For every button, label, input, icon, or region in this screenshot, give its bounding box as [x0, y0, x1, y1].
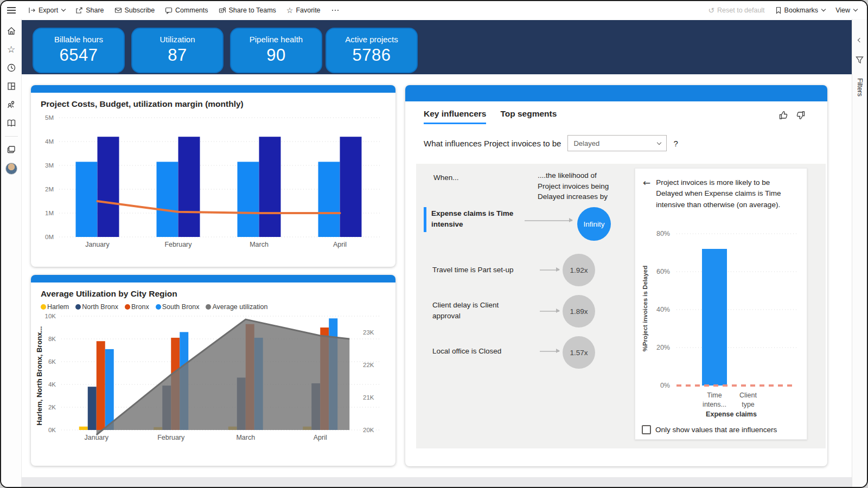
envelope-icon — [114, 7, 122, 14]
expand-filters-chevron-icon[interactable] — [857, 38, 861, 42]
export-icon — [28, 7, 36, 14]
bookmark-icon — [775, 7, 782, 14]
feedback-icons — [778, 110, 806, 120]
reset-to-default-button[interactable]: ↺ Reset to default — [708, 7, 764, 14]
legend-item[interactable]: Bronx — [125, 303, 149, 311]
favorites-star-icon[interactable]: ☆ — [6, 44, 17, 55]
learn-book-icon[interactable] — [6, 118, 17, 129]
influencer-row-travel-time[interactable]: Travel time is Part set-up — [432, 265, 522, 275]
kpi-value: 6547 — [34, 46, 124, 65]
filters-pane-label[interactable]: Filters — [856, 78, 864, 97]
sidebar-divider — [5, 136, 18, 137]
goals-people-icon[interactable] — [6, 99, 17, 110]
svg-text:8K: 8K — [48, 336, 56, 342]
workspaces-icon[interactable] — [6, 144, 17, 155]
kpi-value: 87 — [132, 46, 222, 65]
avg-utilization-chart-card[interactable]: Average Utilization by City Region Harle… — [31, 275, 395, 466]
card-accent-strip — [405, 85, 827, 101]
chart-title: Project Costs, Budget, utilization margi… — [41, 99, 395, 109]
influencer-row-expense-claims[interactable]: Expense claims is Time intensive — [431, 208, 521, 229]
svg-text:March: March — [236, 434, 255, 441]
share-button[interactable]: Share — [75, 7, 104, 14]
influencer-detail-card: ← Project invoices is more likely to be … — [635, 168, 807, 440]
svg-text:February: February — [164, 241, 192, 248]
svg-text:March: March — [250, 241, 269, 248]
project-costs-chart[interactable]: 0M1M2M3M4M5MJanuaryFebruaryMarchApril — [34, 111, 395, 253]
project-costs-chart-card[interactable]: Project Costs, Budget, utilization margi… — [31, 85, 395, 267]
svg-text:0K: 0K — [48, 427, 56, 433]
thumbs-down-icon[interactable] — [795, 110, 806, 120]
only-influencers-checkbox-row[interactable]: Only show values that are influencers — [642, 425, 777, 434]
export-button[interactable]: Export — [28, 7, 65, 14]
legend-item[interactable]: North Bronx — [75, 303, 118, 311]
kpi-active-projects[interactable]: Active projects 5786 — [326, 28, 418, 73]
svg-text:Timeintens...: Timeintens... — [703, 391, 726, 408]
influence-value-bubble[interactable]: 1.57x — [563, 336, 595, 369]
influencer-row-local-office[interactable]: Local office is Closed — [432, 346, 522, 357]
svg-text:20K: 20K — [363, 427, 374, 433]
share-to-teams-button[interactable]: Share to Teams — [219, 7, 276, 14]
view-button[interactable]: View — [835, 7, 857, 14]
tab-key-influencers[interactable]: Key influencers — [424, 109, 486, 124]
svg-text:1M: 1M — [45, 210, 54, 216]
more-options-button[interactable] — [331, 7, 340, 14]
svg-text:0%: 0% — [660, 382, 670, 389]
card-accent-strip — [31, 275, 395, 282]
recent-clock-icon[interactable] — [6, 62, 17, 73]
top-toolbar: Export Share Subscribe Comments Share to… — [1, 1, 867, 19]
legend-dot-icon — [125, 304, 130, 310]
kpi-label: Pipeline health — [231, 35, 321, 44]
influencer-detail-chart[interactable]: 0%20%40%60%80%%Project invoices is Delay… — [639, 216, 803, 420]
influencers-panel: When... ....the likelihood of Project in… — [416, 164, 826, 448]
thumbs-up-icon[interactable] — [778, 110, 789, 120]
svg-text:4K: 4K — [48, 381, 56, 388]
apps-icon[interactable] — [6, 81, 17, 92]
when-label: When... — [433, 174, 459, 182]
influence-value-bubble[interactable]: Infinity — [577, 207, 611, 241]
kpi-utilization[interactable]: Utilization 87 — [131, 28, 224, 73]
kpi-billable-hours[interactable]: Billable hours 6547 — [33, 28, 125, 73]
svg-text:40%: 40% — [656, 306, 670, 313]
chart-legend[interactable]: HarlemNorth BronxBronxSouth BronxAverage… — [41, 303, 395, 311]
svg-text:10K: 10K — [45, 313, 56, 319]
legend-item[interactable]: South Bronx — [156, 303, 200, 311]
selected-influencer-bar — [424, 207, 426, 232]
filter-funnel-icon[interactable] — [856, 56, 864, 64]
comment-icon — [165, 7, 173, 14]
key-influencers-card[interactable]: Key influencers Top segments What influe… — [405, 85, 827, 466]
svg-text:4M: 4M — [45, 138, 54, 145]
chevron-down-icon — [61, 7, 66, 11]
menu-hamburger-icon[interactable] — [7, 5, 16, 15]
question-prefix: What influences Project invoices to be — [424, 139, 561, 148]
comments-button[interactable]: Comments — [165, 7, 208, 14]
favorite-button[interactable]: ☆ Favorite — [286, 7, 321, 14]
metric-dropdown[interactable]: Delayed — [567, 135, 667, 151]
kpi-pipeline-health[interactable]: Pipeline health 90 — [230, 28, 322, 73]
svg-text:21K: 21K — [363, 394, 374, 401]
kpi-value: 90 — [231, 46, 321, 65]
legend-dot-icon — [206, 304, 211, 310]
kpi-label: Billable hours — [34, 35, 124, 44]
svg-text:20%: 20% — [656, 344, 670, 351]
avg-utilization-chart[interactable]: 0K2K4K6K8K10K20K21K22K23KHarlem, North B… — [34, 312, 395, 451]
influence-value-bubble[interactable]: 1.92x — [563, 254, 595, 286]
home-icon[interactable] — [6, 25, 17, 36]
checkbox-icon[interactable] — [642, 425, 651, 434]
toolbar-right-group: ↺ Reset to default Bookmarks View — [708, 7, 857, 14]
influence-value-bubble[interactable]: 1.89x — [563, 295, 595, 328]
influencer-row-client-delay[interactable]: Client delay is Client approval — [432, 300, 522, 321]
legend-dot-icon — [41, 304, 46, 310]
profile-avatar[interactable] — [5, 163, 17, 175]
checkbox-label: Only show values that are influencers — [655, 426, 777, 434]
chevron-down-icon — [821, 7, 826, 11]
legend-item[interactable]: Harlem — [41, 303, 69, 311]
subscribe-button[interactable]: Subscribe — [114, 7, 155, 14]
legend-item[interactable]: Average utilization — [206, 303, 267, 311]
tab-top-segments[interactable]: Top segments — [500, 109, 557, 124]
svg-text:Expense claims: Expense claims — [706, 410, 757, 418]
back-arrow-icon[interactable]: ← — [643, 177, 650, 210]
question-suffix: ? — [673, 139, 678, 148]
bookmarks-button[interactable]: Bookmarks — [775, 7, 826, 14]
svg-text:3M: 3M — [45, 162, 54, 169]
svg-text:Harlem, North Bronx, Bronx...: Harlem, North Bronx, Bronx... — [35, 326, 43, 426]
